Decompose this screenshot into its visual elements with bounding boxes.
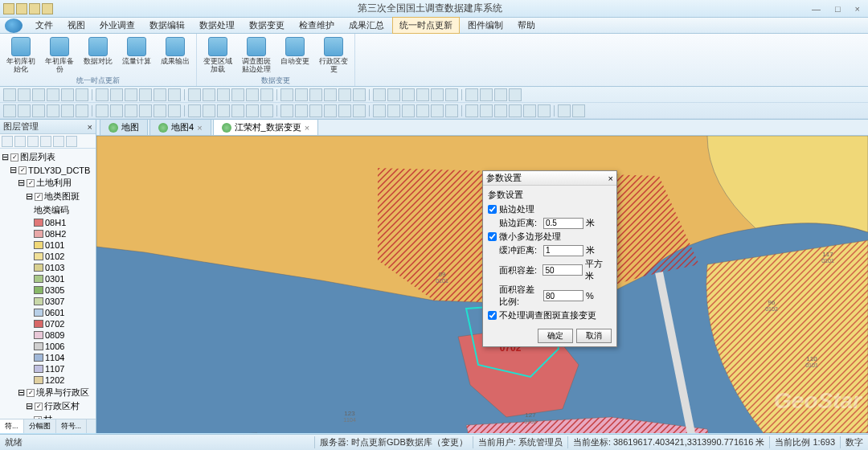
snap-checkbox[interactable]: 贴边处理	[488, 202, 612, 216]
tree-node[interactable]: ⊟ ✓ 行政区村	[2, 399, 94, 413]
toolbar-button[interactable]	[188, 104, 201, 117]
close-button[interactable]: ×	[850, 4, 865, 14]
toolbar-button[interactable]	[324, 88, 337, 101]
toolbar-button[interactable]	[32, 88, 45, 101]
menu-item[interactable]: 数据处理	[193, 18, 241, 33]
buffer-input[interactable]	[543, 245, 583, 256]
tree-node[interactable]: 1104	[2, 352, 94, 363]
toolbar-button[interactable]	[3, 104, 16, 117]
toolbar-button[interactable]	[295, 104, 308, 117]
toolbar-button[interactable]	[96, 104, 108, 117]
tab-close-icon[interactable]: ×	[305, 123, 309, 133]
panel-tool-icon[interactable]	[27, 136, 39, 147]
toolbar-button[interactable]	[47, 104, 59, 117]
toolbar-button[interactable]	[231, 88, 244, 101]
toolbar-button[interactable]	[188, 88, 201, 101]
toolbar-button[interactable]	[61, 88, 74, 101]
menu-item[interactable]: 文件	[29, 18, 59, 33]
qat-icon[interactable]	[16, 3, 27, 14]
toolbar-button[interactable]	[445, 104, 458, 117]
area-tol-input[interactable]	[542, 264, 583, 276]
tree-node[interactable]: ⊟ ✓ 土地利用	[2, 176, 94, 190]
toolbar-button[interactable]	[309, 104, 322, 117]
panel-tab[interactable]: 符...	[0, 419, 24, 433]
panel-tool-icon[interactable]	[14, 136, 26, 147]
toolbar-button[interactable]	[168, 104, 181, 117]
toolbar-button[interactable]	[154, 104, 166, 117]
tree-node[interactable]: 0102	[2, 251, 94, 262]
menu-item[interactable]: 检查维护	[293, 18, 341, 33]
toolbar-button[interactable]	[387, 88, 400, 101]
tree-node[interactable]: 0301	[2, 273, 94, 284]
tree-node[interactable]: ✓ 村	[2, 413, 94, 419]
maximize-button[interactable]: □	[830, 4, 845, 14]
toolbar-button[interactable]	[125, 88, 137, 101]
toolbar-button[interactable]	[110, 88, 123, 101]
toolbar-button[interactable]	[154, 88, 166, 101]
toolbar-button[interactable]	[402, 104, 415, 117]
tree-node[interactable]: ⊟ ✓ 境界与行政区	[2, 386, 94, 399]
menu-item[interactable]: 统一时点更新	[392, 17, 460, 34]
toolbar-button[interactable]	[416, 88, 429, 101]
toolbar-button[interactable]	[338, 88, 351, 101]
toolbar-button[interactable]	[18, 104, 31, 117]
ribbon-button[interactable]: 成果输出	[158, 35, 193, 68]
ribbon-button[interactable]: 流量计算	[119, 35, 154, 68]
menu-item[interactable]: 帮助	[511, 18, 542, 33]
toolbar-button[interactable]	[431, 88, 444, 101]
toolbar-button[interactable]	[125, 104, 137, 117]
dialog-close-icon[interactable]: ×	[608, 174, 613, 183]
app-logo[interactable]	[5, 18, 23, 33]
qat-icon[interactable]	[3, 3, 14, 14]
menu-item[interactable]: 外业调查	[93, 18, 141, 33]
panel-tool-icon[interactable]	[40, 136, 51, 147]
toolbar-button[interactable]	[295, 88, 308, 101]
ribbon-button[interactable]: 行政区变更	[316, 35, 351, 76]
toolbar-button[interactable]	[465, 104, 478, 117]
qat-icon[interactable]	[29, 3, 40, 14]
toolbar-button[interactable]	[353, 104, 366, 117]
toolbar-button[interactable]	[353, 88, 366, 101]
toolbar-button[interactable]	[373, 104, 386, 117]
toolbar-button[interactable]	[538, 104, 551, 117]
cancel-button[interactable]: 取消	[576, 329, 612, 343]
toolbar-button[interactable]	[416, 104, 429, 117]
toolbar-button[interactable]	[203, 88, 215, 101]
ribbon-button[interactable]: 自动变更	[277, 35, 313, 68]
toolbar-button[interactable]	[480, 104, 493, 117]
tree-node[interactable]: 0702	[2, 318, 94, 329]
tree-node[interactable]: 0101	[2, 239, 94, 251]
tree-node[interactable]: 0103	[2, 262, 94, 273]
toolbar-button[interactable]	[96, 88, 108, 101]
tree-node[interactable]: 0809	[2, 329, 94, 341]
minimize-button[interactable]: —	[807, 4, 825, 14]
menu-item[interactable]: 数据变更	[243, 18, 291, 33]
ribbon-button[interactable]: 年初库备份	[42, 35, 77, 76]
toolbar-button[interactable]	[280, 104, 293, 117]
tree-node[interactable]: 0305	[2, 284, 94, 296]
toolbar-button[interactable]	[168, 88, 181, 101]
toolbar-button[interactable]	[246, 104, 259, 117]
tree-node[interactable]: 0601	[2, 307, 94, 318]
ok-button[interactable]: 确定	[538, 329, 573, 343]
toolbar-button[interactable]	[402, 88, 415, 101]
ribbon-button[interactable]: 变更区域加载	[200, 35, 235, 76]
map-tab[interactable]: 江荣村_数据变更×	[213, 120, 319, 135]
toolbar-button[interactable]	[139, 104, 152, 117]
toolbar-button[interactable]	[431, 104, 444, 117]
tree-node[interactable]: 1202	[2, 374, 94, 386]
toolbar-button[interactable]	[572, 104, 585, 117]
tab-close-icon[interactable]: ×	[197, 123, 202, 133]
toolbar-button[interactable]	[203, 104, 215, 117]
toolbar-button[interactable]	[246, 88, 259, 101]
direct-checkbox[interactable]: 不处理调查图斑直接变更	[488, 309, 612, 322]
toolbar-button[interactable]	[139, 88, 152, 101]
toolbar-button[interactable]	[558, 104, 571, 117]
toolbar-button[interactable]	[373, 88, 386, 101]
snap-dist-input[interactable]	[543, 218, 583, 229]
toolbar-button[interactable]	[387, 104, 400, 117]
toolbar-button[interactable]	[217, 88, 230, 101]
ribbon-button[interactable]: 调查图斑贴边处理	[239, 35, 274, 76]
menu-item[interactable]: 图件编制	[461, 18, 510, 33]
panel-tool-icon[interactable]	[53, 136, 64, 147]
